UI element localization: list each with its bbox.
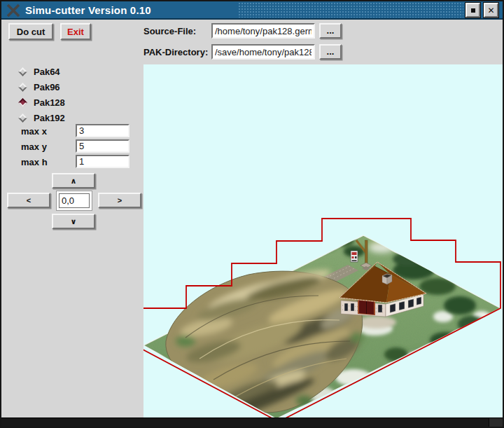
max-x-input[interactable] bbox=[76, 124, 130, 137]
max-x-label: max x bbox=[21, 126, 47, 137]
radio-label: Pak192 bbox=[34, 113, 65, 123]
map-preview bbox=[144, 64, 504, 420]
window-bottom-border bbox=[1, 417, 503, 427]
source-file-label: Source-File: bbox=[144, 26, 196, 36]
source-file-input[interactable] bbox=[211, 23, 315, 39]
maximize-button[interactable] bbox=[465, 3, 480, 18]
pak-directory-input[interactable] bbox=[211, 44, 315, 60]
radio-pak192[interactable]: Pak192 bbox=[20, 112, 65, 123]
app-window: Simu-cutter Version 0.10 ✕ Do cut Exit S… bbox=[0, 0, 504, 428]
pak-directory-label: PAK-Directory: bbox=[144, 47, 208, 57]
signal-sign bbox=[351, 251, 358, 262]
radio-diamond-icon bbox=[18, 98, 27, 107]
do-cut-button[interactable]: Do cut bbox=[8, 23, 53, 40]
resize-handle[interactable] bbox=[489, 418, 503, 427]
nav-up-button[interactable]: ∧ bbox=[52, 173, 95, 188]
close-button[interactable]: ✕ bbox=[484, 3, 498, 18]
max-y-input[interactable] bbox=[76, 139, 130, 153]
nav-left-button[interactable]: < bbox=[7, 193, 50, 208]
max-y-label: max y bbox=[21, 141, 47, 152]
max-h-label: max h bbox=[21, 157, 48, 167]
exit-button[interactable]: Exit bbox=[60, 23, 91, 40]
radio-diamond-icon bbox=[18, 83, 27, 92]
pak-browse-button[interactable]: ... bbox=[319, 44, 342, 60]
radio-pak96[interactable]: Pak96 bbox=[20, 81, 60, 92]
window-title: Simu-cutter Version 0.10 bbox=[25, 1, 151, 19]
rock bbox=[166, 265, 364, 420]
x11-menu-icon[interactable] bbox=[6, 4, 21, 18]
radio-diamond-icon bbox=[18, 113, 27, 123]
radio-label: Pak128 bbox=[34, 97, 65, 108]
preview-canvas[interactable] bbox=[144, 64, 504, 420]
barn-door bbox=[358, 299, 375, 315]
nav-right-button[interactable]: > bbox=[98, 193, 141, 208]
source-browse-button[interactable]: ... bbox=[319, 23, 342, 39]
position-field[interactable] bbox=[57, 191, 92, 210]
radio-pak64[interactable]: Pak64 bbox=[20, 66, 60, 77]
window-body: Do cut Exit Source-File: ... PAK-Directo… bbox=[3, 21, 501, 417]
radio-label: Pak64 bbox=[34, 67, 60, 77]
radio-pak128[interactable]: Pak128 bbox=[20, 97, 65, 108]
radio-diamond-icon bbox=[18, 67, 27, 76]
square-icon bbox=[471, 8, 475, 13]
close-icon: ✕ bbox=[487, 6, 494, 15]
max-h-input[interactable] bbox=[76, 155, 130, 168]
radio-label: Pak96 bbox=[34, 82, 60, 92]
nav-down-button[interactable]: ∨ bbox=[52, 214, 95, 229]
titlebar[interactable]: Simu-cutter Version 0.10 ✕ bbox=[1, 1, 503, 20]
